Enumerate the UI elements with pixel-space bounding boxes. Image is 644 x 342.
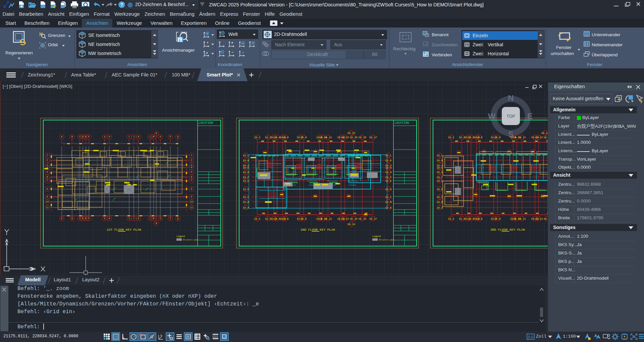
svg-text:19-1: 19-1	[448, 136, 454, 139]
svg-text:19-1: 19-1	[254, 217, 260, 220]
svg-text:L: L	[150, 136, 151, 138]
svg-text:8: 8	[47, 188, 48, 190]
svg-text:7: 7	[47, 180, 48, 182]
svg-text:LOCATION: LOCATION	[199, 121, 213, 125]
svg-text:M: M	[153, 136, 154, 138]
svg-text:19-C: 19-C	[436, 195, 443, 198]
svg-text:19-6: 19-6	[476, 217, 482, 220]
svg-text:O: O	[160, 136, 161, 138]
svg-text:2: 2	[191, 159, 192, 162]
svg-text:M: M	[153, 218, 154, 220]
svg-text:19-15: 19-15	[350, 217, 358, 220]
svg-text:[−] [Oben] [2D-Drahtmodell] [W: [−] [Oben] [2D-Drahtmodell] [WKS]	[3, 84, 72, 89]
svg-text:J: J	[133, 136, 135, 138]
svg-text:19-11: 19-11	[324, 136, 332, 139]
svg-text:19-14: 19-14	[347, 223, 355, 226]
svg-text:19-6: 19-6	[282, 136, 288, 139]
svg-text:19-D: 19-D	[243, 188, 249, 191]
svg-text:19-11: 19-11	[518, 217, 526, 220]
svg-text:19-8: 19-8	[494, 136, 500, 139]
svg-text:E: E	[85, 136, 87, 138]
svg-text:0.0: 0.0	[528, 335, 533, 339]
svg-text:H: H	[109, 218, 110, 220]
svg-text:4: 4	[191, 167, 192, 169]
svg-text:G: G	[104, 218, 105, 220]
svg-text:9: 9	[191, 196, 192, 198]
svg-text:19-11: 19-11	[518, 136, 526, 139]
svg-text:1: 1	[47, 154, 48, 157]
svg-text:19-D: 19-D	[436, 188, 443, 191]
svg-text:K: K	[138, 136, 139, 138]
svg-text:19-G: 19-G	[436, 171, 443, 174]
svg-text:TOP: TOP	[506, 114, 515, 119]
svg-text:19-13: 19-13	[535, 136, 543, 139]
svg-text:C: C	[79, 136, 80, 138]
svg-text:A: A	[61, 136, 62, 138]
svg-text:19-L: 19-L	[243, 154, 249, 157]
svg-text:I: I	[128, 136, 130, 138]
svg-text:P: P	[170, 136, 171, 138]
svg-text:19-8: 19-8	[300, 217, 307, 220]
svg-text:W: W	[488, 112, 496, 121]
svg-text:N: N	[156, 222, 157, 225]
svg-text:D: D	[82, 218, 84, 220]
svg-text:19-1: 19-1	[254, 136, 260, 139]
svg-text:Q: Q	[177, 136, 178, 138]
svg-text:?: ?	[120, 2, 123, 7]
svg-text:19-17: 19-17	[369, 136, 377, 139]
svg-text:L: L	[150, 218, 151, 220]
svg-text:D: D	[82, 136, 84, 138]
svg-text:Structure pane: Structure pane	[183, 239, 198, 241]
svg-text:19-E: 19-E	[436, 179, 443, 182]
svg-text:19-E: 19-E	[385, 179, 391, 182]
svg-text:11: 11	[190, 207, 193, 209]
svg-text:19-8: 19-8	[494, 217, 500, 220]
svg-text:19-H: 19-H	[243, 166, 249, 169]
svg-text:9: 9	[47, 196, 48, 198]
svg-text:19-16: 19-16	[358, 136, 366, 139]
svg-text:19-A: 19-A	[243, 206, 249, 209]
svg-text:19-L: 19-L	[385, 154, 391, 157]
svg-text:19-K: 19-K	[243, 159, 249, 162]
svg-text:19-6: 19-6	[476, 136, 482, 139]
svg-text:19-D: 19-D	[385, 188, 391, 191]
svg-text:19-C: 19-C	[243, 195, 249, 198]
svg-text:19-1: 19-1	[448, 217, 454, 220]
svg-text:Q: Q	[177, 218, 178, 220]
svg-text:7: 7	[191, 180, 192, 182]
svg-text:N: N	[508, 94, 514, 103]
svg-text:LOCATION: LOCATION	[394, 121, 409, 125]
svg-text:19-13: 19-13	[341, 217, 349, 220]
svg-text:Structure pane: Structure pane	[379, 239, 394, 241]
svg-text:19-13: 19-13	[535, 217, 543, 220]
svg-text:19-K: 19-K	[436, 159, 443, 162]
svg-text:10: 10	[190, 201, 193, 203]
svg-text:B: B	[71, 218, 73, 220]
svg-text:19-K: 19-K	[385, 159, 391, 162]
svg-text:A: A	[61, 218, 62, 220]
svg-text:J: J	[133, 218, 135, 220]
svg-text:19-16: 19-16	[358, 217, 366, 220]
svg-text:G: G	[104, 136, 105, 138]
svg-text:1: 1	[191, 154, 192, 157]
svg-text:19-11: 19-11	[324, 217, 332, 220]
svg-text:8: 8	[191, 188, 192, 190]
svg-text:19-6: 19-6	[282, 217, 288, 220]
svg-text:19-B: 19-B	[243, 201, 249, 204]
svg-text:F: F	[88, 136, 90, 138]
svg-text:C: C	[79, 218, 80, 220]
svg-text:19-A: 19-A	[436, 206, 443, 209]
svg-text:3: 3	[191, 164, 192, 167]
svg-text:19-B: 19-B	[385, 201, 391, 204]
svg-text:11: 11	[46, 207, 49, 209]
svg-text:19-G: 19-G	[385, 171, 391, 174]
svg-text:19-C: 19-C	[385, 195, 391, 198]
svg-text:5: 5	[191, 171, 192, 173]
svg-text:19-13: 19-13	[341, 136, 349, 139]
svg-text:H: H	[109, 136, 110, 138]
svg-text:10: 10	[46, 201, 49, 203]
svg-text:O: O	[160, 218, 161, 220]
svg-text:19-8: 19-8	[300, 136, 307, 139]
svg-text:E: E	[527, 112, 533, 121]
svg-text:I: I	[128, 218, 130, 220]
